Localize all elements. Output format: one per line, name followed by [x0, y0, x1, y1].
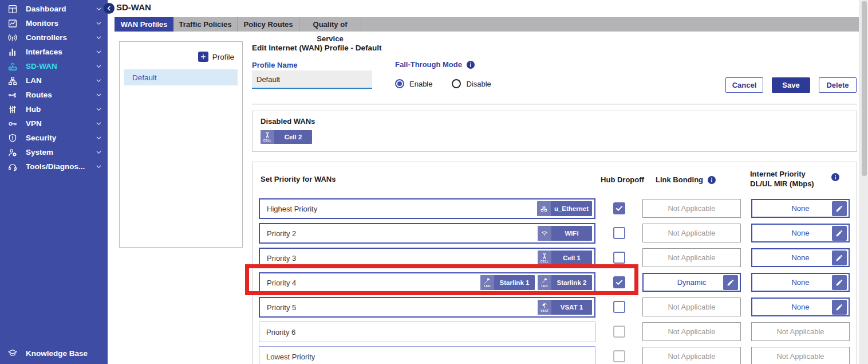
chevron-down-icon [95, 34, 103, 42]
sdwan-router-icon [6, 61, 18, 72]
wan-chip-label: Cell 1 [551, 251, 592, 265]
wan-chip-u-ethernet[interactable]: u_Ethernet [537, 201, 592, 216]
link-bonding-field-priority-4[interactable]: Dynamic [642, 273, 741, 292]
hub-dropoff-checkbox-priority-2[interactable] [613, 227, 625, 239]
priority-row-priority-2[interactable]: Priority 2WiFi [259, 223, 595, 244]
priority-row-lowest-priority[interactable]: Lowest Priority [259, 346, 595, 364]
sidebar-item-tools-diagnos[interactable]: Tools/Diagnos... [0, 159, 108, 174]
wan-chip-cell-2[interactable]: CELLCell 2 [261, 130, 312, 144]
sidebar-item-interfaces[interactable]: Interfaces [0, 45, 108, 59]
lan-icon [6, 75, 18, 86]
tab-traffic-policies[interactable]: Traffic Policies [173, 17, 238, 32]
sidebar-item-label: Knowledge Base [26, 349, 103, 358]
edit-pencil-icon[interactable] [832, 201, 847, 216]
priority-row-label: Priority 5 [260, 303, 538, 312]
hub-dropoff-checkbox-priority-6[interactable] [613, 326, 625, 338]
radio-label: Disable [466, 80, 491, 88]
link-bonding-column-header: Link Bonding [656, 175, 716, 184]
wan-chip-label: WiFi [551, 226, 592, 241]
sidebar-item-controllers[interactable]: Controllers [0, 30, 108, 45]
priority-row-label: Lowest Priority [259, 353, 593, 361]
wifi-icon [538, 226, 551, 241]
fall-through-mode-row: Fall-Through Mode [395, 60, 475, 69]
chevron-down-icon [95, 134, 103, 142]
sidebar-item-dashboard[interactable]: Dashboard [0, 2, 108, 16]
link-bonding-field-highest-priority-value: Not Applicable [668, 204, 715, 213]
edit-pencil-icon[interactable] [832, 226, 847, 241]
wan-chip-wifi[interactable]: WiFi [538, 226, 592, 241]
leo-icon: LEO [538, 275, 551, 290]
cancel-button[interactable]: Cancel [725, 77, 763, 93]
profile-name-input[interactable] [252, 71, 372, 89]
internet-priority-field-priority-5[interactable]: None [751, 298, 850, 316]
edit-pencil-icon[interactable] [832, 251, 847, 265]
vertical-scrollbar[interactable] [862, 1, 867, 176]
sidebar-item-lan[interactable]: LAN [0, 73, 108, 88]
internet-priority-field-priority-3[interactable]: None [751, 248, 850, 267]
chevron-down-icon [95, 91, 103, 99]
hub-dropoff-checkbox-priority-3[interactable] [613, 252, 625, 264]
dashboard-icon [6, 3, 18, 14]
sidebar-item-system[interactable]: System [0, 145, 108, 159]
tab-policy-routes[interactable]: Policy Routes [238, 17, 299, 32]
priority-row-priority-5[interactable]: Priority 5VSATVSAT 1 [259, 297, 595, 318]
add-profile-button[interactable]: Profile [198, 52, 234, 62]
internet-priority-field-priority-6-value: Not Applicable [776, 327, 824, 336]
link-bonding-field-priority-5: Not Applicable [642, 298, 741, 316]
hub-dropoff-checkbox-lowest-priority[interactable] [613, 350, 625, 362]
priority-row-label: Priority 4 [260, 279, 480, 287]
hub-dropoff-checkbox-priority-5[interactable] [613, 301, 625, 313]
sidebar-item-routes[interactable]: Routes [0, 88, 108, 102]
internet-priority-field-highest-priority[interactable]: None [751, 199, 850, 218]
chevron-down-icon [95, 62, 103, 71]
wan-chip-starlink-2[interactable]: LEOStarlink 2 [538, 275, 592, 290]
hub-dropoff-checkbox-highest-priority[interactable] [613, 202, 625, 214]
sidebar-item-security[interactable]: Security [0, 131, 108, 145]
internet-priority-field-highest-priority-value: None [791, 204, 809, 213]
sidebar-item-label: System [26, 148, 95, 156]
priority-row-priority-4[interactable]: Priority 4LEOStarlink 1LEOStarlink 2 [259, 272, 595, 293]
priority-row-highest-priority[interactable]: Highest Priorityu_Ethernet [259, 198, 595, 219]
sidebar-collapse-button[interactable] [104, 3, 115, 14]
radio-disable[interactable]: Disable [452, 79, 491, 88]
wan-chip-starlink-1[interactable]: LEOStarlink 1 [480, 275, 535, 290]
tab-quality-of-service[interactable]: Quality of Service [299, 17, 361, 32]
hub-dropoff-checkbox-priority-4[interactable] [613, 276, 625, 288]
edit-pencil-icon[interactable] [832, 300, 847, 315]
sidebar-item-sd-wan[interactable]: SD-WAN [0, 59, 108, 73]
save-button[interactable]: Save [772, 77, 810, 93]
link-bonding-field-priority-6-value: Not Applicable [668, 327, 715, 336]
chevron-down-icon [95, 148, 103, 156]
delete-button[interactable]: Delete [819, 77, 857, 93]
profile-list-item-default[interactable]: Default [124, 69, 238, 85]
info-icon[interactable] [708, 176, 716, 184]
cell-icon: CELL [538, 251, 551, 265]
info-icon[interactable] [467, 61, 475, 69]
edit-pencil-icon[interactable] [832, 275, 847, 290]
tab-wan-profiles[interactable]: WAN Profiles [115, 17, 173, 32]
priority-row-wans: WiFi [538, 226, 592, 241]
radio-enable[interactable]: Enable [395, 79, 432, 88]
sidebar-item-monitors[interactable]: Monitors [0, 16, 108, 30]
disabled-wans-section: Disabled WANs CELLCell 2 [252, 111, 857, 152]
link-bonding-field-priority-6: Not Applicable [642, 322, 741, 341]
sidebar-item-label: LAN [26, 76, 95, 85]
priority-row-label: Priority 2 [260, 229, 538, 238]
hub-dropoff-column-header: Hub Dropoff [597, 175, 648, 184]
sidebar-item-hub[interactable]: Hub [0, 102, 108, 116]
cell-icon: CELL [261, 130, 274, 144]
radio-label: Enable [409, 80, 432, 88]
info-icon[interactable] [831, 173, 839, 181]
wan-chip-cell-1[interactable]: CELLCell 1 [538, 251, 592, 265]
wan-chip-vsat-1[interactable]: VSATVSAT 1 [538, 300, 592, 315]
sidebar-item-vpn[interactable]: VPN [0, 116, 108, 131]
sidebar-item-label: Routes [26, 91, 95, 99]
internet-priority-field-priority-2[interactable]: None [751, 224, 850, 242]
sidebar-item-knowledge-base[interactable]: Knowledge Base [0, 345, 108, 361]
app-window: DashboardMonitorsControllersInterfacesSD… [0, 0, 868, 364]
system-user-gear-icon [6, 147, 18, 158]
priority-row-priority-6[interactable]: Priority 6 [259, 322, 595, 342]
edit-pencil-icon[interactable] [723, 275, 738, 290]
priority-row-priority-3[interactable]: Priority 3CELLCell 1 [259, 248, 595, 268]
internet-priority-field-priority-4[interactable]: None [751, 273, 850, 292]
